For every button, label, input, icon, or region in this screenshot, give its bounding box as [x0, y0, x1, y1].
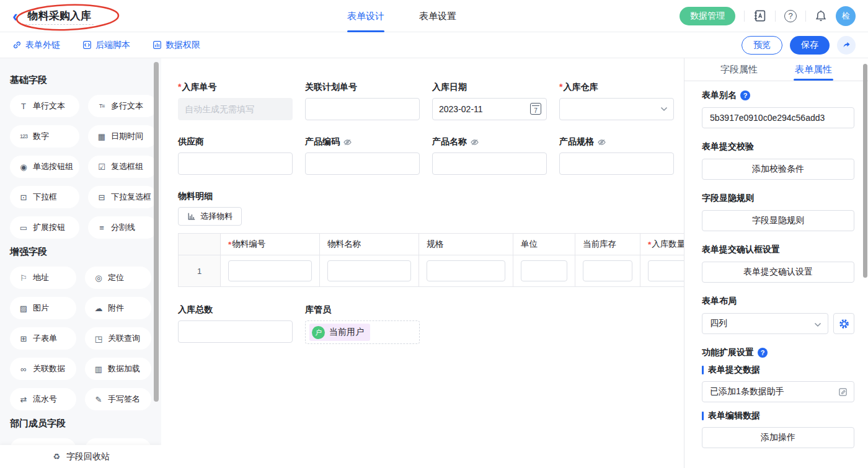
current-stock-cell-input[interactable] [583, 260, 632, 281]
plan-no-input[interactable] [305, 98, 420, 120]
code-square-icon [82, 40, 92, 50]
data-permission-link[interactable]: 数据权限 [153, 40, 200, 51]
layout-select[interactable]: 四列 [702, 313, 828, 334]
location-icon: ◎ [94, 273, 104, 283]
form-field-total-qty[interactable]: 入库总数 [178, 304, 293, 344]
field-item-signature[interactable]: ✎手写签名 [85, 388, 151, 410]
chevron-down-icon [660, 107, 668, 112]
multi-select-icon: ⊟ [97, 193, 107, 202]
tab-field-properties[interactable]: 字段属性 [720, 58, 758, 81]
form-field-product-code[interactable]: 产品编码 [305, 136, 420, 175]
field-item-multi-select[interactable]: ⊟下拉复选框 [88, 186, 157, 208]
field-item-location[interactable]: ◎定位 [85, 267, 151, 289]
material-no-cell-input[interactable] [228, 260, 312, 281]
form-external-link[interactable]: 表单外链 [12, 40, 60, 51]
edit-icon[interactable] [838, 387, 848, 397]
page-title[interactable]: 物料采购入库 [25, 9, 94, 25]
manager-user-box[interactable]: 户 当前用户 [305, 320, 420, 344]
form-field-product-spec[interactable]: 产品规格 [559, 136, 674, 175]
field-visibility-rules-button[interactable]: 字段显隐规则 [702, 210, 854, 231]
field-item-subform[interactable]: ⊞子表单 [10, 327, 76, 350]
field-recycle-bin[interactable]: ♻ 字段回收站 [0, 445, 161, 468]
divider [775, 11, 776, 22]
field-item-attachment[interactable]: ☁附件 [85, 297, 151, 319]
submit-confirm-section: 表单提交确认框设置 表单提交确认设置 [702, 244, 854, 283]
col-unit: 单位 [513, 234, 575, 255]
tab-form-settings[interactable]: 表单设置 [419, 0, 456, 32]
product-spec-input[interactable] [559, 152, 674, 175]
calendar-icon[interactable]: 7 [530, 103, 541, 115]
form-field-product-name[interactable]: 产品名称 [432, 136, 547, 175]
field-item-data-load[interactable]: ▥数据加载 [85, 358, 151, 380]
total-qty-input[interactable] [178, 320, 293, 343]
form-field-inbound-date[interactable]: 入库日期 7 [432, 82, 547, 120]
form-design-canvas[interactable]: *入库单号 关联计划单号 入库日期 7 *入库仓库 [161, 58, 684, 468]
field-item-address[interactable]: ⚐地址 [10, 267, 76, 289]
top-header: ‹ 物料采购入库 表单设计 表单设置 数据管理 ? 检 [0, 0, 868, 32]
field-item-member-multi[interactable]: ♙♙成员多选 [85, 438, 151, 445]
field-item-divider[interactable]: ≡分割线 [88, 216, 157, 239]
section-title-member-fields: 部门成员字段 [10, 418, 151, 430]
field-item-datetime[interactable]: ▦日期时间 [88, 125, 157, 148]
preview-button[interactable]: 预览 [742, 36, 782, 55]
add-operation-button[interactable]: 添加操作 [702, 427, 854, 448]
tab-form-design[interactable]: 表单设计 [347, 0, 384, 32]
field-item-checkbox-group[interactable]: ☑复选框组 [88, 156, 157, 178]
contacts-book-icon[interactable] [753, 9, 766, 22]
field-item-radio-group[interactable]: ◉单选按钮组 [10, 156, 79, 178]
link-icon [12, 40, 22, 50]
inbound-no-input[interactable] [178, 98, 293, 120]
field-item-single-line-text[interactable]: T单行文本 [10, 95, 79, 117]
notification-bell-icon[interactable] [815, 9, 827, 22]
field-item-linked-data[interactable]: ∞关联数据 [10, 358, 76, 380]
panel-scrollbar[interactable] [863, 64, 867, 278]
form-alias-section: 表单别名? [702, 90, 854, 128]
field-item-extend-button[interactable]: ▭扩展按钮 [10, 216, 79, 239]
field-item-image[interactable]: ▨图片 [10, 297, 76, 319]
help-icon[interactable]: ? [758, 348, 768, 358]
material-name-cell-input[interactable] [327, 260, 411, 281]
supplier-input[interactable] [178, 152, 293, 175]
add-validation-button[interactable]: 添加校验条件 [702, 159, 854, 180]
form-field-plan-no[interactable]: 关联计划单号 [305, 82, 420, 120]
material-detail-table: *物料编号 物料名称 规格 单位 当前库存 *入库数量 1 [178, 233, 684, 287]
tab-form-properties[interactable]: 表单属性 [795, 58, 832, 81]
current-user-tag[interactable]: 户 当前用户 [309, 324, 370, 341]
back-icon[interactable]: ‹ [12, 9, 18, 23]
help-icon[interactable]: ? [740, 91, 750, 100]
form-field-inbound-no[interactable]: *入库单号 [178, 82, 293, 120]
field-item-multi-line-text[interactable]: T≡多行文本 [88, 95, 157, 117]
product-name-input[interactable] [432, 152, 547, 175]
field-item-select[interactable]: ⊡下拉框 [10, 186, 79, 208]
field-item-number[interactable]: 123数字 [10, 125, 79, 148]
layout-settings-button[interactable] [833, 313, 854, 334]
col-inbound-qty: *入库数量 [640, 234, 684, 255]
inbound-qty-cell-input[interactable] [648, 260, 684, 281]
field-item-serial-number[interactable]: ⇄流水号 [10, 388, 76, 410]
spec-cell-input[interactable] [427, 260, 505, 281]
field-item-linked-query[interactable]: ◳关联查询 [85, 327, 151, 350]
product-code-input[interactable] [305, 152, 420, 175]
unit-cell-input[interactable] [521, 260, 567, 281]
eye-off-icon [343, 138, 352, 147]
data-manage-button[interactable]: 数据管理 [680, 7, 735, 25]
form-field-warehouse[interactable]: *入库仓库 [559, 82, 674, 120]
number-icon: 123 [19, 133, 29, 139]
save-button[interactable]: 保存 [790, 36, 830, 55]
field-item-member-single[interactable]: ♙成员单选 [10, 438, 76, 445]
header-tabs: 表单设计 表单设置 [347, 0, 456, 32]
warehouse-select[interactable] [559, 98, 674, 120]
backend-script-link[interactable]: 后端脚本 [82, 40, 130, 51]
serial-number-icon: ⇄ [19, 395, 29, 404]
help-icon[interactable]: ? [784, 10, 797, 22]
form-field-supplier[interactable]: 供应商 [178, 136, 293, 175]
share-button[interactable] [837, 36, 856, 55]
row-index: 1 [179, 255, 221, 286]
user-avatar[interactable]: 检 [836, 6, 856, 26]
form-field-warehouse-manager[interactable]: 库管员 户 当前用户 [305, 304, 420, 344]
data-assistant-box[interactable]: 已添加1条数据助手 [702, 381, 854, 402]
select-material-button[interactable]: 选择物料 [178, 207, 242, 226]
sidebar-scrollbar[interactable] [154, 62, 159, 402]
submit-confirm-settings-button[interactable]: 表单提交确认设置 [702, 262, 854, 283]
form-alias-input[interactable] [702, 107, 854, 128]
